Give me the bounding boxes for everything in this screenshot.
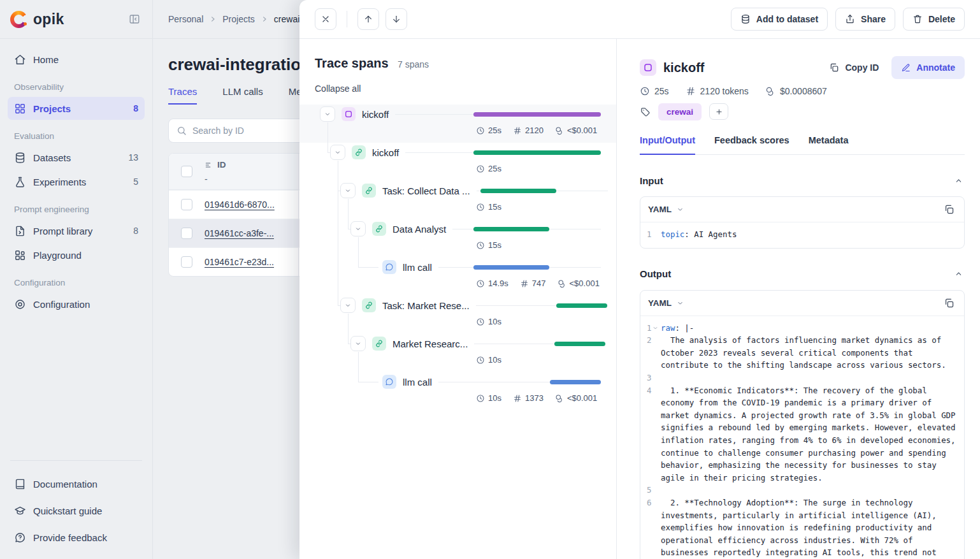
clock-icon bbox=[640, 86, 650, 96]
tab-input-output[interactable]: Input/Output bbox=[640, 135, 695, 155]
chevron-down-icon bbox=[354, 225, 362, 233]
trace-span-row-llm-call-7[interactable]: llm call10s1373<$0.001 bbox=[299, 372, 616, 410]
next-trace-button[interactable] bbox=[386, 8, 407, 30]
duration-stat-value: 10s bbox=[488, 393, 501, 403]
sidebar-item-label: Playground bbox=[33, 250, 82, 261]
clock-icon bbox=[476, 203, 485, 212]
row-checkbox[interactable] bbox=[181, 228, 192, 239]
annotate-button[interactable]: Annotate bbox=[891, 56, 965, 79]
sidebar-item-label: Home bbox=[33, 54, 59, 65]
trace-spans-title: Trace spans bbox=[315, 56, 389, 70]
clock-icon bbox=[476, 279, 485, 288]
code-line: 1raw: |- bbox=[644, 322, 959, 335]
span-collapse-button[interactable] bbox=[340, 183, 356, 198]
duration-bar bbox=[480, 189, 556, 193]
line-number: 2 bbox=[644, 334, 661, 372]
span-type-badge bbox=[342, 107, 356, 121]
span-collapse-button[interactable] bbox=[350, 336, 366, 351]
chevron-up-icon bbox=[954, 269, 963, 279]
chevron-down-icon bbox=[354, 340, 362, 347]
tokens-stat-value: 2120 bbox=[525, 126, 544, 135]
code-line: 2 The analysis of factors influencing ma… bbox=[644, 334, 959, 372]
row-checkbox[interactable] bbox=[181, 199, 192, 210]
format-select[interactable]: YAML bbox=[648, 205, 684, 214]
hash-icon bbox=[513, 394, 522, 403]
trace-span-row-market-researc-6[interactable]: Market Researc...10s bbox=[299, 334, 616, 372]
output-collapse-button[interactable] bbox=[952, 268, 965, 280]
sidebar-item-provide-feedback[interactable]: Provide feedback bbox=[8, 525, 145, 550]
duration-stat: 25s bbox=[640, 86, 669, 96]
sidebar-item-home[interactable]: Home bbox=[8, 48, 145, 71]
trace-span-row-kickoff-0[interactable]: kickoff25s2120<$0.001 bbox=[299, 105, 616, 143]
chevron-down-icon bbox=[676, 299, 684, 307]
sidebar-item-documentation[interactable]: Documentation bbox=[8, 471, 145, 497]
leader-line bbox=[452, 229, 473, 229]
sidebar-item-projects[interactable]: Projects8 bbox=[8, 97, 145, 120]
trace-span-row-llm-call-4[interactable]: llm call14.9s747<$0.001 bbox=[299, 258, 616, 296]
span-row-main: kickoff bbox=[299, 105, 616, 124]
trace-id-link[interactable]: 019461d6-6870... bbox=[205, 200, 275, 210]
previous-trace-button[interactable] bbox=[357, 8, 379, 30]
tab-feedback-scores[interactable]: Feedback scores bbox=[714, 135, 789, 154]
span-collapse-button[interactable] bbox=[350, 221, 366, 236]
chat-bubble-icon bbox=[385, 263, 394, 272]
span-name: kickoff bbox=[362, 109, 389, 120]
trace-id-link[interactable]: 019461cc-a3fe-... bbox=[205, 228, 274, 238]
duration-stat-value: 25s bbox=[488, 164, 501, 173]
collapse-all-button[interactable]: Collapse all bbox=[315, 83, 361, 94]
trace-span-row-kickoff-1[interactable]: kickoff25s bbox=[299, 143, 616, 181]
row-checkbox[interactable] bbox=[181, 256, 192, 268]
add-to-dataset-button[interactable]: Add to dataset bbox=[731, 8, 828, 31]
copy-code-button[interactable] bbox=[941, 295, 956, 310]
code-text: topic: AI Agents bbox=[661, 228, 959, 241]
breadcrumb-item[interactable]: Projects bbox=[222, 14, 255, 24]
trace-span-row-task-market-rese-5[interactable]: Task: Market Rese...10s bbox=[299, 296, 616, 334]
span-collapse-button[interactable] bbox=[330, 145, 345, 160]
trace-type-badge bbox=[640, 59, 656, 76]
sidebar-item-count: 8 bbox=[133, 226, 138, 236]
span-stats: 25s bbox=[476, 164, 501, 173]
tab-llm-calls[interactable]: LLM calls bbox=[222, 86, 263, 105]
fold-chevron-icon[interactable] bbox=[652, 324, 659, 331]
sidebar-item-quickstart-guide[interactable]: Quickstart guide bbox=[8, 498, 145, 523]
trace-span-row-task-collect-data-2[interactable]: Task: Collect Data ...15s bbox=[299, 181, 616, 219]
sidebar-item-prompt-library[interactable]: Prompt library8 bbox=[8, 219, 145, 242]
tab-metadata[interactable]: Metadata bbox=[809, 135, 849, 154]
span-collapse-button[interactable] bbox=[320, 106, 335, 122]
sidebar-item-datasets[interactable]: Datasets13 bbox=[8, 146, 145, 169]
copy-code-button[interactable] bbox=[941, 202, 956, 217]
copy-id-button[interactable]: Copy ID bbox=[823, 59, 885, 76]
arrow-down-icon bbox=[391, 14, 401, 24]
duration-stat: 15s bbox=[476, 202, 501, 212]
clock-icon bbox=[476, 394, 485, 403]
duration-stat: 15s bbox=[476, 240, 501, 250]
input-collapse-button[interactable] bbox=[952, 174, 965, 187]
sidebar-item-experiments[interactable]: Experiments5 bbox=[8, 170, 145, 193]
delete-button[interactable]: Delete bbox=[903, 8, 965, 31]
sidebar-item-label: Configuration bbox=[33, 299, 90, 310]
add-tag-button[interactable] bbox=[709, 103, 728, 120]
input-code-card-header: YAML bbox=[640, 197, 964, 222]
clock-icon bbox=[476, 317, 485, 326]
tab-traces[interactable]: Traces bbox=[168, 86, 197, 105]
sidebar-nav: HomeObservabilityProjects8EvaluationData… bbox=[0, 39, 152, 460]
sidebar-item-configuration[interactable]: Configuration bbox=[8, 293, 145, 316]
span-type-badge bbox=[362, 184, 376, 198]
trace-span-row-data-analyst-3[interactable]: Data Analyst15s bbox=[299, 219, 616, 258]
tree-guide-line bbox=[348, 199, 349, 229]
share-button[interactable]: Share bbox=[835, 8, 895, 31]
close-button[interactable] bbox=[315, 8, 336, 30]
trace-id-link[interactable]: 019461c7-e23d... bbox=[205, 257, 274, 267]
sidebar-item-playground[interactable]: Playground bbox=[8, 243, 145, 266]
breadcrumb-item[interactable]: Personal bbox=[168, 14, 203, 24]
format-select[interactable]: YAML bbox=[648, 298, 684, 308]
sidebar-collapse-button[interactable] bbox=[127, 11, 142, 27]
tag-chip[interactable]: crewai bbox=[658, 103, 702, 120]
select-all-checkbox[interactable] bbox=[181, 166, 192, 177]
line-number: 1 bbox=[644, 228, 661, 241]
span-type-badge bbox=[352, 145, 366, 159]
format-label: YAML bbox=[648, 298, 672, 308]
duration-bar-track bbox=[480, 181, 608, 200]
span-collapse-button[interactable] bbox=[340, 298, 356, 313]
duration-bar-track bbox=[473, 105, 601, 124]
